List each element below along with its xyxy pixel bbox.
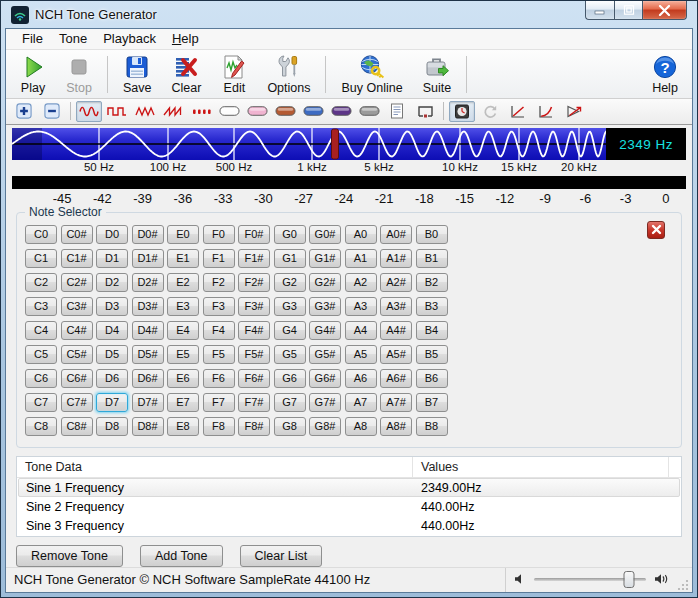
swatch-gray-button[interactable] xyxy=(356,101,382,122)
zoom-out-button[interactable] xyxy=(39,101,65,122)
note-button-c2[interactable]: C2 xyxy=(25,273,57,292)
note-button-f4sharp[interactable]: F4# xyxy=(238,321,270,340)
note-button-g2[interactable]: G2 xyxy=(274,273,306,292)
notes-doc-button[interactable] xyxy=(384,101,410,122)
note-button-a2[interactable]: A2 xyxy=(345,273,377,292)
note-button-g8[interactable]: G8 xyxy=(274,417,306,436)
note-button-b5[interactable]: B5 xyxy=(416,345,448,364)
note-button-d5[interactable]: D5 xyxy=(96,345,128,364)
swatch-brown-button[interactable] xyxy=(272,101,298,122)
stop-button[interactable]: Stop xyxy=(56,52,102,97)
help-button[interactable]: ?Help xyxy=(642,52,688,97)
note-button-f5sharp[interactable]: F5# xyxy=(238,345,270,364)
note-button-f3sharp[interactable]: F3# xyxy=(238,297,270,316)
note-button-a1[interactable]: A1 xyxy=(345,249,377,268)
note-button-g4sharp[interactable]: G4# xyxy=(309,321,341,340)
note-button-a5[interactable]: A5 xyxy=(345,345,377,364)
note-button-a2sharp[interactable]: A2# xyxy=(380,273,412,292)
note-button-a7sharp[interactable]: A7# xyxy=(380,393,412,412)
note-button-g7sharp[interactable]: G7# xyxy=(309,393,341,412)
note-button-f4[interactable]: F4 xyxy=(203,321,235,340)
note-button-e5[interactable]: E5 xyxy=(167,345,199,364)
options-button[interactable]: Options xyxy=(257,52,320,97)
note-button-e3[interactable]: E3 xyxy=(167,297,199,316)
note-button-b2[interactable]: B2 xyxy=(416,273,448,292)
speaker-quiet-icon[interactable] xyxy=(514,571,526,589)
note-button-g1sharp[interactable]: G1# xyxy=(309,249,341,268)
volume-slider[interactable] xyxy=(534,578,646,581)
note-button-b4[interactable]: B4 xyxy=(416,321,448,340)
remove-tone-button[interactable]: Remove Tone xyxy=(16,545,123,567)
note-button-a3sharp[interactable]: A3# xyxy=(380,297,412,316)
note-button-d2sharp[interactable]: D2# xyxy=(132,273,164,292)
note-button-d1sharp[interactable]: D1# xyxy=(132,249,164,268)
note-button-a4sharp[interactable]: A4# xyxy=(380,321,412,340)
save-button[interactable]: Save xyxy=(113,52,162,97)
swatch-blue-button[interactable] xyxy=(300,101,326,122)
note-button-g0[interactable]: G0 xyxy=(274,225,306,244)
note-button-a1sharp[interactable]: A1# xyxy=(380,249,412,268)
note-button-c2sharp[interactable]: C2# xyxy=(61,273,93,292)
swatch-white-button[interactable] xyxy=(216,101,242,122)
volume-slider-thumb[interactable] xyxy=(624,571,635,588)
note-button-d6sharp[interactable]: D6# xyxy=(132,369,164,388)
note-button-f5[interactable]: F5 xyxy=(203,345,235,364)
note-button-d4[interactable]: D4 xyxy=(96,321,128,340)
note-button-g8sharp[interactable]: G8# xyxy=(309,417,341,436)
menu-file[interactable]: File xyxy=(14,29,51,48)
resize-grip[interactable] xyxy=(676,578,690,592)
note-button-c3sharp[interactable]: C3# xyxy=(61,297,93,316)
note-button-b8[interactable]: B8 xyxy=(416,417,448,436)
note-button-c0sharp[interactable]: C0# xyxy=(61,225,93,244)
note-button-g3sharp[interactable]: G3# xyxy=(309,297,341,316)
note-button-b7[interactable]: B7 xyxy=(416,393,448,412)
menu-playback[interactable]: Playback xyxy=(95,29,164,48)
note-button-f6sharp[interactable]: F6# xyxy=(238,369,270,388)
triangle-wave-button[interactable] xyxy=(132,101,158,122)
sine-wave-button[interactable] xyxy=(76,101,102,122)
note-button-g1[interactable]: G1 xyxy=(274,249,306,268)
note-button-g2sharp[interactable]: G2# xyxy=(309,273,341,292)
note-button-c7[interactable]: C7 xyxy=(25,393,57,412)
note-button-a3[interactable]: A3 xyxy=(345,297,377,316)
note-button-d3sharp[interactable]: D3# xyxy=(132,297,164,316)
note-button-c4sharp[interactable]: C4# xyxy=(61,321,93,340)
note-button-e0[interactable]: E0 xyxy=(167,225,199,244)
note-button-g3[interactable]: G3 xyxy=(274,297,306,316)
note-button-a0[interactable]: A0 xyxy=(345,225,377,244)
buy-online-button[interactable]: Buy Online xyxy=(331,52,412,97)
sweep-play-button[interactable] xyxy=(561,101,587,122)
note-button-g5sharp[interactable]: G5# xyxy=(309,345,341,364)
note-button-a8[interactable]: A8 xyxy=(345,417,377,436)
zoom-in-button[interactable] xyxy=(11,101,37,122)
note-button-d1[interactable]: D1 xyxy=(96,249,128,268)
menu-help[interactable]: Help xyxy=(164,29,207,48)
play-button[interactable]: Play xyxy=(10,52,56,97)
sawtooth-wave-button[interactable] xyxy=(160,101,186,122)
note-button-d2[interactable]: D2 xyxy=(96,273,128,292)
curve-sweep-button[interactable] xyxy=(533,101,559,122)
note-button-b6[interactable]: B6 xyxy=(416,369,448,388)
edit-button[interactable]: Edit xyxy=(211,52,257,97)
note-button-c8sharp[interactable]: C8# xyxy=(61,417,93,436)
note-button-f7sharp[interactable]: F7# xyxy=(238,393,270,412)
note-button-f2sharp[interactable]: F2# xyxy=(238,273,270,292)
note-button-d8sharp[interactable]: D8# xyxy=(132,417,164,436)
note-button-c5sharp[interactable]: C5# xyxy=(61,345,93,364)
note-button-a6[interactable]: A6 xyxy=(345,369,377,388)
waveform-canvas[interactable] xyxy=(12,128,606,160)
note-button-c4[interactable]: C4 xyxy=(25,321,57,340)
loop-button[interactable] xyxy=(477,101,503,122)
note-button-c6[interactable]: C6 xyxy=(25,369,57,388)
suite-button[interactable]: Suite xyxy=(413,52,462,97)
marquee-button[interactable] xyxy=(412,101,438,122)
title-bar[interactable]: NCH Tone Generator xyxy=(5,1,693,28)
note-button-a6sharp[interactable]: A6# xyxy=(380,369,412,388)
swatch-purple-button[interactable] xyxy=(328,101,354,122)
note-button-c1sharp[interactable]: C1# xyxy=(61,249,93,268)
note-button-g0sharp[interactable]: G0# xyxy=(309,225,341,244)
note-button-a8sharp[interactable]: A8# xyxy=(380,417,412,436)
note-button-d4sharp[interactable]: D4# xyxy=(132,321,164,340)
note-button-d0sharp[interactable]: D0# xyxy=(132,225,164,244)
note-button-f8sharp[interactable]: F8# xyxy=(238,417,270,436)
